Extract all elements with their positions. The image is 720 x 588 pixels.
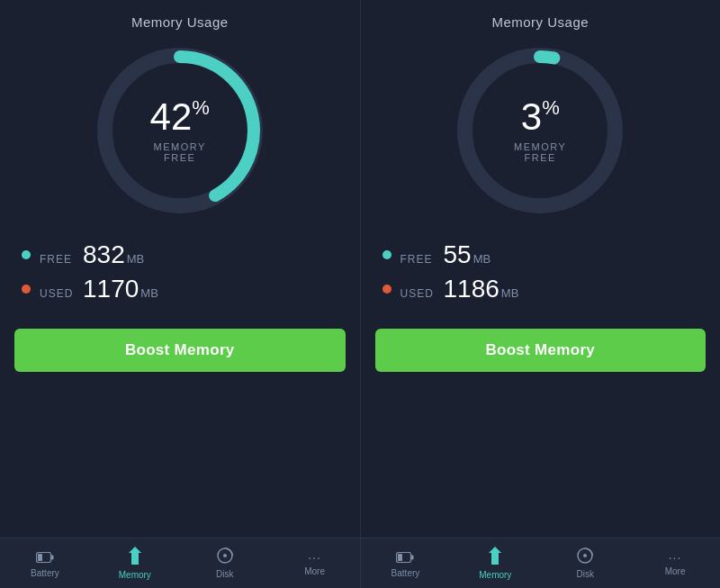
left-used-dot (22, 285, 31, 294)
svg-point-17 (583, 554, 587, 557)
left-nav-half: Battery Memory Disk (0, 538, 361, 588)
disk-icon-right (577, 547, 593, 566)
nav-disk-left[interactable]: Disk (180, 538, 270, 588)
right-used-unit: MB (501, 286, 519, 302)
nav-memory-right-label: Memory (479, 570, 511, 580)
nav-battery-right-label: Battery (392, 568, 420, 578)
nav-memory-right[interactable]: Memory (450, 538, 540, 588)
right-used-dot (382, 285, 392, 294)
left-percent-value: 42 (150, 98, 193, 136)
left-gauge: 42 % MEMORY FREE (90, 41, 270, 221)
right-free-label: FREE (400, 253, 436, 266)
nav-disk-left-label: Disk (216, 569, 233, 579)
more-icon-right: ··· (669, 551, 682, 564)
nav-disk-right-label: Disk (576, 569, 593, 579)
left-stats: FREE 832 MB USED 1170 MB (0, 242, 360, 311)
left-percent-symbol: % (192, 98, 210, 118)
disk-icon-left (217, 547, 233, 566)
svg-rect-8 (51, 555, 54, 559)
left-free-row: FREE 832 MB (22, 242, 338, 267)
right-panel-title: Memory Usage (491, 14, 589, 30)
nav-disk-right[interactable]: Disk (540, 538, 630, 588)
memory-icon-left (129, 547, 141, 567)
right-used-row: USED 1186 MB (382, 276, 699, 302)
nav-more-right-label: More (665, 566, 686, 576)
right-free-row: FREE 55 MB (382, 242, 699, 267)
battery-icon-left (36, 549, 54, 565)
left-free-label: FREE (40, 253, 76, 266)
left-used-unit: MB (140, 286, 158, 302)
battery-icon-right (396, 549, 414, 565)
left-label-line2: FREE (164, 152, 195, 163)
left-free-unit: MB (127, 252, 145, 267)
more-icon-left: ··· (308, 551, 321, 564)
nav-battery-left[interactable]: Battery (0, 538, 90, 588)
nav-more-left[interactable]: ··· More (270, 538, 360, 588)
memory-icon-right (489, 547, 501, 567)
svg-rect-13 (398, 554, 402, 561)
right-free-dot (382, 250, 392, 259)
left-gauge-center: 42 % MEMORY FREE (150, 98, 210, 163)
right-percent-symbol: % (542, 98, 560, 118)
svg-marker-15 (489, 547, 501, 565)
left-used-value: 1170 (83, 276, 139, 302)
right-boost-button[interactable]: Boost Memory (375, 329, 706, 372)
right-free-value: 55 (444, 242, 472, 267)
right-gauge: 3 % MEMORY FREE (450, 41, 630, 221)
right-panel: Memory Usage 3 % MEMORY FRE (361, 0, 721, 588)
nav-memory-left-label: Memory (119, 570, 151, 580)
right-nav-half: Battery Memory Disk (361, 538, 721, 588)
right-stats: FREE 55 MB USED 1186 MB (361, 242, 721, 311)
nav-more-left-label: More (304, 566, 325, 576)
right-label-line2: FREE (525, 152, 556, 163)
left-used-label: USED (40, 287, 76, 300)
nav-more-right[interactable]: ··· More (630, 538, 720, 588)
left-panel-title: Memory Usage (131, 14, 229, 30)
svg-rect-7 (38, 554, 42, 561)
nav-battery-left-label: Battery (31, 568, 59, 578)
right-used-label: USED (400, 287, 436, 300)
left-free-value: 832 (83, 242, 125, 267)
nav-memory-left[interactable]: Memory (90, 538, 180, 588)
right-free-unit: MB (473, 252, 491, 267)
left-panel: Memory Usage 42 % (0, 0, 361, 588)
right-label-line1: MEMORY (514, 141, 566, 152)
svg-point-11 (223, 554, 227, 557)
left-boost-button[interactable]: Boost Memory (14, 329, 346, 372)
left-label-line1: MEMORY (154, 141, 206, 152)
left-used-row: USED 1170 MB (22, 276, 338, 302)
right-percent-value: 3 (521, 98, 542, 136)
nav-battery-right[interactable]: Battery (361, 538, 451, 588)
right-used-value: 1186 (444, 276, 500, 302)
left-free-dot (22, 250, 31, 259)
bottom-navigation: Battery Memory Disk (0, 538, 720, 588)
svg-marker-9 (129, 547, 141, 565)
svg-rect-14 (411, 555, 414, 559)
right-gauge-center: 3 % MEMORY FREE (514, 98, 566, 163)
